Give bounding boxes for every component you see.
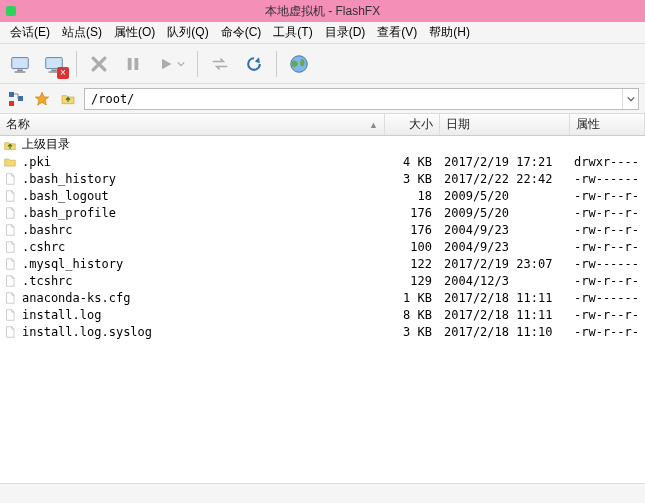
chevron-down-icon bbox=[627, 95, 635, 103]
play-icon bbox=[158, 56, 174, 72]
menu-session[interactable]: 会话(E) bbox=[6, 22, 54, 43]
svg-rect-0 bbox=[12, 57, 29, 68]
file-attr: -rw-r--r- bbox=[568, 325, 643, 339]
folder-icon bbox=[2, 154, 18, 170]
file-row[interactable]: install.log.syslog3 KB2017/2/18 11:10-rw… bbox=[0, 323, 645, 340]
file-row[interactable]: .bashrc1762004/9/23-rw-r--r- bbox=[0, 221, 645, 238]
titlebar: 本地虚拟机 - FlashFX bbox=[0, 0, 645, 22]
column-name[interactable]: 名称 ▲ bbox=[0, 114, 385, 135]
file-size: 100 bbox=[383, 240, 438, 254]
menu-tools[interactable]: 工具(T) bbox=[269, 22, 316, 43]
toolbar-separator bbox=[76, 51, 77, 77]
disconnect-button[interactable] bbox=[40, 50, 68, 78]
file-icon bbox=[2, 188, 18, 204]
svg-rect-1 bbox=[17, 69, 23, 71]
abort-button[interactable] bbox=[85, 50, 113, 78]
x-icon bbox=[89, 54, 109, 74]
menu-queue[interactable]: 队列(Q) bbox=[163, 22, 212, 43]
svg-rect-7 bbox=[135, 58, 139, 70]
file-row[interactable]: install.log8 KB2017/2/18 11:11-rw-r--r- bbox=[0, 306, 645, 323]
status-bar bbox=[0, 483, 645, 503]
window-title: 本地虚拟机 - FlashFX bbox=[265, 3, 380, 20]
file-name: .tcshrc bbox=[22, 274, 383, 288]
column-name-label: 名称 bbox=[6, 116, 30, 133]
svg-rect-11 bbox=[18, 96, 23, 101]
file-size: 176 bbox=[383, 206, 438, 220]
menu-sites[interactable]: 站点(S) bbox=[58, 22, 106, 43]
window-control-icon[interactable] bbox=[6, 6, 16, 16]
file-name: 上级目录 bbox=[22, 136, 383, 153]
file-date: 2004/9/23 bbox=[438, 223, 568, 237]
column-date[interactable]: 日期 bbox=[440, 114, 570, 135]
toolbar-separator bbox=[197, 51, 198, 77]
transfer-button[interactable] bbox=[206, 50, 234, 78]
file-date: 2017/2/18 11:11 bbox=[438, 291, 568, 305]
pause-button[interactable] bbox=[119, 50, 147, 78]
menu-view[interactable]: 查看(V) bbox=[373, 22, 421, 43]
file-attr: -rw-r--r- bbox=[568, 206, 643, 220]
favorite-button[interactable] bbox=[32, 89, 52, 109]
file-icon bbox=[2, 273, 18, 289]
column-attr-label: 属性 bbox=[576, 116, 600, 133]
path-toolbar bbox=[0, 84, 645, 114]
file-attr: -rw-r--r- bbox=[568, 308, 643, 322]
file-attr: -rw-r--r- bbox=[568, 189, 643, 203]
column-size[interactable]: 大小 bbox=[385, 114, 440, 135]
folder-up-button[interactable] bbox=[58, 89, 78, 109]
column-header: 名称 ▲ 大小 日期 属性 bbox=[0, 114, 645, 136]
toolbar-separator bbox=[276, 51, 277, 77]
folder-up-icon bbox=[60, 91, 76, 107]
file-row[interactable]: .mysql_history1222017/2/19 23:07-rw-----… bbox=[0, 255, 645, 272]
column-size-label: 大小 bbox=[409, 116, 433, 133]
x-badge-icon bbox=[57, 67, 69, 79]
file-date: 2017/2/19 23:07 bbox=[438, 257, 568, 271]
file-icon bbox=[2, 290, 18, 306]
tree-button[interactable] bbox=[6, 89, 26, 109]
file-icon bbox=[2, 239, 18, 255]
play-button[interactable] bbox=[153, 50, 189, 78]
path-input[interactable] bbox=[85, 92, 622, 106]
refresh-button[interactable] bbox=[240, 50, 268, 78]
file-row[interactable]: anaconda-ks.cfg1 KB2017/2/18 11:11-rw---… bbox=[0, 289, 645, 306]
path-combo[interactable] bbox=[84, 88, 639, 110]
connect-button[interactable] bbox=[6, 50, 34, 78]
file-size: 3 KB bbox=[383, 172, 438, 186]
column-date-label: 日期 bbox=[446, 116, 470, 133]
file-row[interactable]: .bash_history3 KB2017/2/22 22:42-rw-----… bbox=[0, 170, 645, 187]
file-attr: -rw------ bbox=[568, 172, 643, 186]
computer-icon bbox=[9, 53, 31, 75]
file-size: 129 bbox=[383, 274, 438, 288]
file-date: 2017/2/22 22:42 bbox=[438, 172, 568, 186]
menu-properties[interactable]: 属性(O) bbox=[110, 22, 159, 43]
path-dropdown-button[interactable] bbox=[622, 89, 638, 109]
file-date: 2009/5/20 bbox=[438, 206, 568, 220]
file-date: 2017/2/19 17:21 bbox=[438, 155, 568, 169]
file-row[interactable]: .pki4 KB2017/2/19 17:21drwxr---- bbox=[0, 153, 645, 170]
file-date: 2017/2/18 11:11 bbox=[438, 308, 568, 322]
file-name: .cshrc bbox=[22, 240, 383, 254]
file-icon bbox=[2, 256, 18, 272]
file-size: 1 KB bbox=[383, 291, 438, 305]
file-row[interactable]: 上级目录 bbox=[0, 136, 645, 153]
menu-commands[interactable]: 命令(C) bbox=[217, 22, 266, 43]
file-row[interactable]: .cshrc1002004/9/23-rw-r--r- bbox=[0, 238, 645, 255]
file-name: .mysql_history bbox=[22, 257, 383, 271]
svg-rect-6 bbox=[128, 58, 132, 70]
pause-icon bbox=[124, 55, 142, 73]
file-attr: -rw------ bbox=[568, 257, 643, 271]
file-row[interactable]: .bash_profile1762009/5/20-rw-r--r- bbox=[0, 204, 645, 221]
menu-help[interactable]: 帮助(H) bbox=[425, 22, 474, 43]
globe-button[interactable] bbox=[285, 50, 313, 78]
file-date: 2004/9/23 bbox=[438, 240, 568, 254]
folder-up-icon bbox=[2, 137, 18, 153]
file-size: 18 bbox=[383, 189, 438, 203]
file-name: .pki bbox=[22, 155, 383, 169]
column-attr[interactable]: 属性 bbox=[570, 114, 645, 135]
sort-asc-icon: ▲ bbox=[369, 120, 378, 130]
file-attr: -rw-r--r- bbox=[568, 223, 643, 237]
file-row[interactable]: .bash_logout182009/5/20-rw-r--r- bbox=[0, 187, 645, 204]
file-list[interactable]: 上级目录.pki4 KB2017/2/19 17:21drwxr----.bas… bbox=[0, 136, 645, 483]
file-size: 8 KB bbox=[383, 308, 438, 322]
menu-directory[interactable]: 目录(D) bbox=[321, 22, 370, 43]
file-row[interactable]: .tcshrc1292004/12/3-rw-r--r- bbox=[0, 272, 645, 289]
